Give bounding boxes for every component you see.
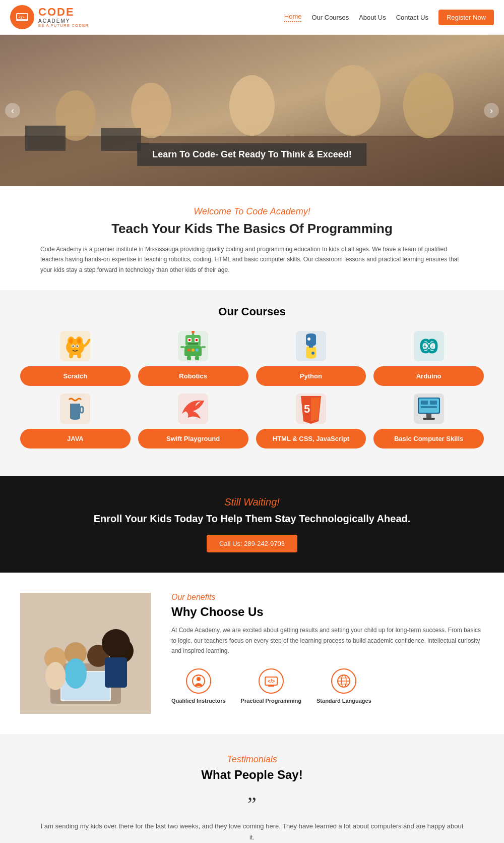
- svg-rect-59: [426, 414, 431, 418]
- svg-text:</>: </>: [268, 679, 275, 684]
- benefit-languages: Standard Languages: [317, 668, 371, 704]
- svg-point-21: [77, 346, 78, 347]
- register-button[interactable]: Register Now: [438, 10, 494, 25]
- svg-rect-33: [188, 343, 198, 345]
- svg-point-8: [325, 65, 381, 136]
- logo: </> CODE ACADEMY BE A FUTURE CODER: [10, 5, 89, 29]
- course-robotics: Robotics: [138, 331, 248, 386]
- robotics-button[interactable]: Robotics: [138, 366, 248, 386]
- svg-rect-60: [423, 418, 435, 420]
- svg-point-9: [403, 73, 454, 138]
- testimonial-quote: I am sending my kids over there for the …: [40, 821, 464, 843]
- svg-rect-11: [101, 128, 141, 151]
- nav-about[interactable]: About Us: [359, 14, 386, 21]
- nav-links: Home Our Courses About Us Contact Us Reg…: [284, 10, 494, 25]
- course-swift: Swift Playground: [138, 394, 248, 448]
- courses-row1: Scratch: [20, 331, 484, 386]
- svg-rect-30: [196, 339, 198, 341]
- scratch-button[interactable]: Scratch: [20, 366, 131, 386]
- svg-text:5: 5: [304, 403, 310, 415]
- welcome-heading: Teach Your Kids The Basics Of Programmin…: [40, 221, 464, 237]
- svg-rect-23: [77, 353, 81, 358]
- svg-rect-73: [105, 657, 127, 688]
- testimonials-section: Testimonials What People Say! ” I am sen…: [0, 734, 504, 843]
- robotics-icon: [178, 331, 208, 361]
- svg-text:-: -: [431, 344, 433, 349]
- svg-rect-62: [430, 401, 437, 405]
- python-button[interactable]: Python: [256, 366, 366, 386]
- scratch-icon: [60, 331, 90, 361]
- hero-tagline: Learn To Code- Get Ready To Think & Exce…: [137, 143, 366, 166]
- qualified-label: Qualified Instructors: [171, 698, 226, 704]
- nav-courses[interactable]: Our Courses: [311, 14, 349, 21]
- svg-text:+: +: [423, 344, 426, 349]
- svg-point-7: [229, 75, 275, 136]
- svg-text:</>: </>: [19, 15, 25, 20]
- why-description: At Code Academy, we are excited about ge…: [171, 625, 484, 656]
- hero-section: Learn To Code- Get Ready To Think & Exce…: [0, 35, 504, 186]
- svg-point-35: [192, 349, 195, 352]
- svg-point-20: [73, 346, 74, 347]
- svg-point-43: [311, 352, 314, 355]
- svg-point-17: [77, 339, 81, 344]
- course-arduino: + - Arduino: [373, 331, 484, 386]
- svg-rect-39: [180, 346, 184, 348]
- arduino-button[interactable]: Arduino: [373, 366, 484, 386]
- svg-rect-10: [25, 126, 66, 151]
- svg-point-34: [187, 349, 191, 352]
- logo-text: CODE ACADEMY BE A FUTURE CODER: [38, 6, 89, 28]
- arduino-icon: + -: [414, 331, 444, 361]
- logo-code: CODE: [38, 6, 89, 18]
- welcome-section: Welcome To Code Academy! Teach Your Kids…: [0, 186, 504, 290]
- navbar: </> CODE ACADEMY BE A FUTURE CODER Home …: [0, 0, 504, 35]
- course-java: JAVA: [20, 394, 131, 448]
- courses-section: Our Courses: [0, 290, 504, 476]
- svg-point-75: [45, 662, 66, 690]
- course-html: 5 HTML & CSS, JavaScript: [256, 394, 366, 448]
- testimonials-heading: What People Say!: [40, 768, 464, 782]
- course-python: Python: [256, 331, 366, 386]
- html-button[interactable]: HTML & CSS, JavaScript: [256, 429, 366, 448]
- nav-contact[interactable]: Contact Us: [396, 14, 428, 21]
- languages-label: Standard Languages: [317, 698, 371, 704]
- why-section: Our benefits Why Choose Us At Code Acade…: [0, 573, 504, 734]
- call-button[interactable]: Call Us: 289-242-9703: [207, 535, 297, 552]
- svg-rect-44: [309, 345, 313, 348]
- svg-point-16: [69, 339, 73, 344]
- python-icon: [296, 331, 326, 361]
- svg-point-74: [65, 658, 87, 689]
- logo-tagline: BE A FUTURE CODER: [38, 24, 89, 28]
- welcome-description: Code Academy is a premier institute in M…: [40, 244, 464, 275]
- benefits-icons: Qualified Instructors </> Practical Prog…: [171, 668, 484, 704]
- qualified-icon: [186, 668, 211, 694]
- languages-icon: [331, 668, 356, 694]
- why-heading: Why Choose Us: [171, 605, 484, 619]
- svg-rect-61: [421, 401, 428, 405]
- testimonials-label: Testimonials: [40, 754, 464, 765]
- svg-point-42: [307, 338, 310, 341]
- hero-next-button[interactable]: ›: [484, 103, 499, 118]
- svg-point-72: [102, 629, 130, 657]
- svg-rect-40: [202, 346, 206, 348]
- hero-prev-button[interactable]: ‹: [5, 103, 20, 118]
- svg-rect-37: [187, 356, 191, 360]
- why-content: Our benefits Why Choose Us At Code Acade…: [171, 593, 484, 704]
- svg-point-36: [196, 349, 199, 352]
- svg-rect-79: [268, 685, 274, 687]
- java-icon: [60, 394, 90, 424]
- svg-rect-38: [195, 356, 199, 360]
- courses-row2: JAVA Swift Playground 5: [20, 394, 484, 448]
- swift-icon: [178, 394, 208, 424]
- why-image: [20, 593, 151, 714]
- swift-button[interactable]: Swift Playground: [138, 429, 248, 448]
- svg-point-77: [197, 677, 201, 681]
- practical-label: Practical Programming: [241, 698, 301, 704]
- computer-skills-button[interactable]: Basic Computer Skills: [373, 429, 484, 448]
- java-button[interactable]: JAVA: [20, 429, 131, 448]
- nav-home[interactable]: Home: [284, 13, 302, 22]
- still-waiting-label: Still Waiting!: [10, 496, 494, 508]
- svg-rect-22: [69, 353, 73, 358]
- course-scratch: Scratch: [20, 331, 131, 386]
- welcome-subtitle: Welcome To Code Academy!: [40, 206, 464, 217]
- enroll-section: Still Waiting! Enroll Your Kids Today To…: [0, 476, 504, 573]
